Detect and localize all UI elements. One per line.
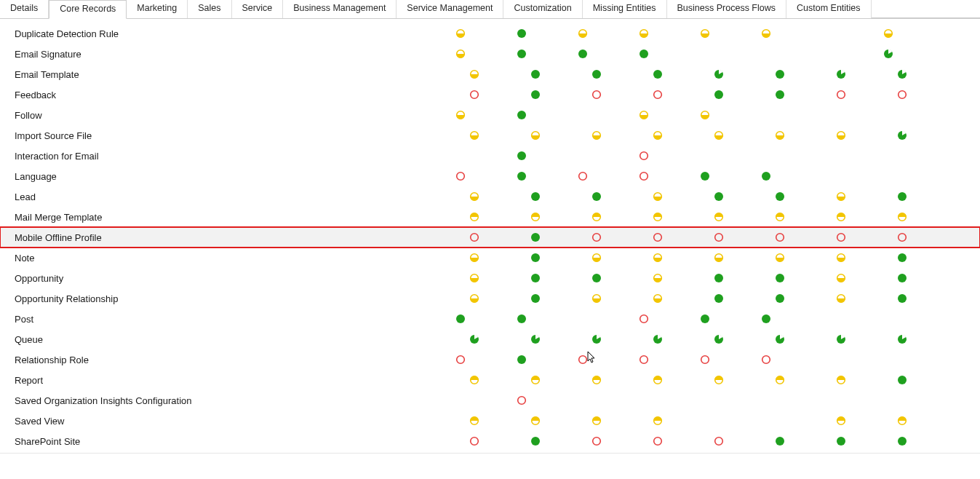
- perm-cell[interactable]: [627, 125, 688, 146]
- perm-cell[interactable]: [688, 248, 749, 268]
- perm-cell[interactable]: [674, 166, 736, 186]
- perm-cell[interactable]: [627, 207, 688, 227]
- tab-svcmgmt[interactable]: Service Management: [397, 0, 503, 18]
- perm-cell[interactable]: [810, 370, 872, 390]
- table-row[interactable]: Post: [0, 309, 980, 329]
- perm-cell[interactable]: [919, 44, 980, 64]
- perm-cell[interactable]: [736, 166, 797, 186]
- perm-cell[interactable]: [872, 411, 933, 431]
- perm-cell[interactable]: [430, 390, 491, 411]
- perm-cell[interactable]: [919, 166, 980, 186]
- tab-custom[interactable]: Customization: [503, 0, 582, 18]
- perm-cell[interactable]: [613, 166, 674, 186]
- perm-cell[interactable]: [566, 329, 627, 349]
- tab-service[interactable]: Service: [232, 0, 284, 18]
- perm-cell[interactable]: [749, 84, 810, 105]
- perm-cell[interactable]: [919, 146, 980, 166]
- table-row[interactable]: Lead: [0, 186, 980, 207]
- tab-marketing[interactable]: Marketing: [127, 0, 188, 18]
- perm-cell[interactable]: [736, 146, 797, 166]
- perm-cell[interactable]: [749, 186, 810, 207]
- perm-cell[interactable]: [430, 166, 491, 186]
- perm-cell[interactable]: [444, 248, 505, 268]
- perm-cell[interactable]: [872, 125, 933, 146]
- perm-cell[interactable]: [627, 64, 688, 84]
- perm-cell[interactable]: [810, 329, 872, 349]
- perm-cell[interactable]: [444, 268, 505, 288]
- perm-cell[interactable]: [552, 309, 613, 329]
- tab-bpf[interactable]: Business Process Flows: [667, 0, 786, 18]
- perm-cell[interactable]: [505, 370, 566, 390]
- perm-cell[interactable]: [552, 349, 613, 370]
- perm-cell[interactable]: [505, 329, 566, 349]
- table-row[interactable]: Saved Organization Insights Configuratio…: [0, 390, 980, 411]
- table-row[interactable]: Saved View: [0, 411, 980, 431]
- perm-cell[interactable]: [627, 411, 688, 431]
- perm-cell[interactable]: [688, 64, 749, 84]
- perm-cell[interactable]: [872, 186, 933, 207]
- perm-cell[interactable]: [491, 390, 552, 411]
- perm-cell[interactable]: [444, 186, 505, 207]
- perm-cell[interactable]: [749, 227, 810, 248]
- perm-cell[interactable]: [444, 370, 505, 390]
- tab-details[interactable]: Details: [0, 0, 49, 18]
- perm-cell[interactable]: [858, 23, 919, 44]
- perm-cell[interactable]: [505, 268, 566, 288]
- perm-cell[interactable]: [613, 105, 674, 125]
- perm-cell[interactable]: [491, 309, 552, 329]
- perm-cell[interactable]: [797, 146, 858, 166]
- perm-cell[interactable]: [810, 268, 872, 288]
- table-row[interactable]: Mail Merge Template: [0, 207, 980, 227]
- perm-cell[interactable]: [749, 248, 810, 268]
- perm-cell[interactable]: [430, 105, 491, 125]
- perm-cell[interactable]: [749, 207, 810, 227]
- perm-cell[interactable]: [797, 105, 858, 125]
- perm-cell[interactable]: [627, 227, 688, 248]
- perm-cell[interactable]: [688, 125, 749, 146]
- perm-cell[interactable]: [736, 390, 797, 411]
- perm-cell[interactable]: [674, 146, 736, 166]
- perm-cell[interactable]: [688, 227, 749, 248]
- perm-cell[interactable]: [627, 370, 688, 390]
- perm-cell[interactable]: [858, 390, 919, 411]
- perm-cell[interactable]: [444, 288, 505, 309]
- perm-cell[interactable]: [491, 166, 552, 186]
- perm-cell[interactable]: [858, 105, 919, 125]
- perm-cell[interactable]: [566, 84, 627, 105]
- table-row[interactable]: Note: [0, 248, 980, 268]
- perm-cell[interactable]: [491, 44, 552, 64]
- perm-cell[interactable]: [919, 23, 980, 44]
- perm-cell[interactable]: [566, 370, 627, 390]
- perm-cell[interactable]: [858, 349, 919, 370]
- perm-cell[interactable]: [749, 268, 810, 288]
- perm-cell[interactable]: [872, 370, 933, 390]
- perm-cell[interactable]: [872, 329, 933, 349]
- perm-cell[interactable]: [749, 370, 810, 390]
- perm-cell[interactable]: [858, 44, 919, 64]
- perm-cell[interactable]: [688, 268, 749, 288]
- perm-cell[interactable]: [430, 349, 491, 370]
- perm-cell[interactable]: [872, 227, 933, 248]
- perm-cell[interactable]: [919, 309, 980, 329]
- perm-cell[interactable]: [858, 146, 919, 166]
- perm-cell[interactable]: [810, 207, 872, 227]
- perm-cell[interactable]: [444, 431, 505, 451]
- perm-cell[interactable]: [491, 23, 552, 44]
- perm-cell[interactable]: [674, 390, 736, 411]
- perm-cell[interactable]: [688, 370, 749, 390]
- perm-cell[interactable]: [627, 84, 688, 105]
- perm-cell[interactable]: [552, 105, 613, 125]
- perm-cell[interactable]: [736, 23, 797, 44]
- tab-missing[interactable]: Missing Entities: [583, 0, 667, 18]
- perm-cell[interactable]: [797, 390, 858, 411]
- perm-cell[interactable]: [810, 84, 872, 105]
- perm-cell[interactable]: [566, 431, 627, 451]
- table-row[interactable]: Mobile Offline Profile: [0, 227, 980, 248]
- perm-cell[interactable]: [749, 288, 810, 309]
- perm-cell[interactable]: [444, 411, 505, 431]
- perm-cell[interactable]: [505, 288, 566, 309]
- perm-cell[interactable]: [505, 431, 566, 451]
- perm-cell[interactable]: [810, 125, 872, 146]
- perm-cell[interactable]: [627, 248, 688, 268]
- perm-cell[interactable]: [872, 288, 933, 309]
